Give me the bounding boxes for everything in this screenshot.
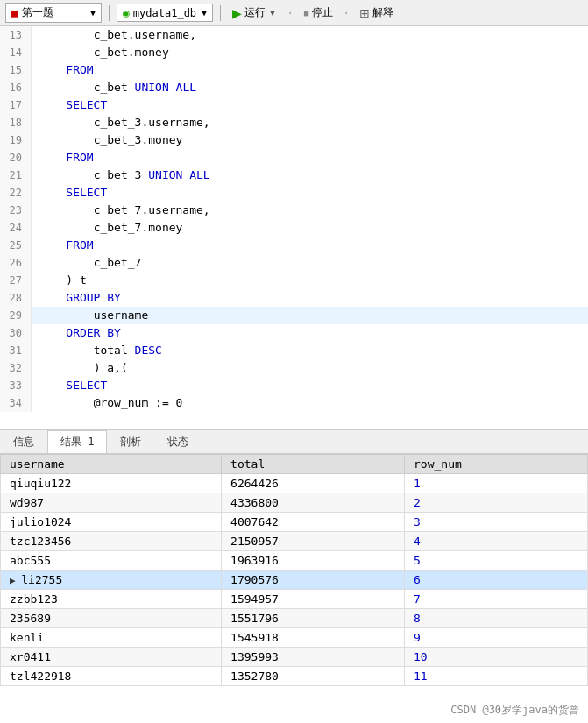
line-code: c_bet.username, bbox=[32, 26, 196, 44]
cell-rownum: 4 bbox=[405, 532, 588, 551]
cell-rownum: 8 bbox=[405, 609, 588, 628]
code-token-num: 0 bbox=[176, 396, 183, 409]
code-line: 15 FROM bbox=[0, 61, 588, 79]
cell-username: ▶ li2755 bbox=[1, 571, 222, 590]
tab-状态[interactable]: 状态 bbox=[154, 430, 202, 453]
explain-label: 解释 bbox=[372, 5, 393, 20]
tab-结果1[interactable]: 结果 1 bbox=[47, 430, 107, 453]
db1-label: 第一题 bbox=[22, 5, 53, 20]
code-token-field: c_bet_3.money bbox=[94, 133, 183, 146]
cell-rownum: 9 bbox=[405, 628, 588, 648]
line-number: 19 bbox=[0, 131, 32, 149]
cell-rownum: 11 bbox=[405, 667, 588, 686]
line-number: 32 bbox=[0, 359, 32, 377]
code-line: 18 c_bet_3.username, bbox=[0, 114, 588, 131]
line-number: 28 bbox=[0, 289, 32, 307]
line-code: ) a,( bbox=[32, 359, 128, 377]
explain-icon: ⊞ bbox=[359, 6, 370, 20]
line-code: c_bet_7 bbox=[32, 254, 141, 272]
code-line: 33 SELECT bbox=[0, 377, 588, 394]
table-row[interactable]: kenli15459189 bbox=[1, 628, 588, 648]
run-button[interactable]: ▶ 运行 ▼ bbox=[228, 4, 281, 22]
table-row[interactable]: wd98743368002 bbox=[1, 493, 588, 513]
run-icon: ▶ bbox=[232, 6, 242, 20]
code-token-kw: DESC bbox=[135, 344, 162, 357]
table-row[interactable]: xr0411139599310 bbox=[1, 648, 588, 667]
stop-button[interactable]: ■ 停止 bbox=[299, 4, 337, 22]
cell-rownum: 5 bbox=[405, 551, 588, 571]
cell-total: 1395993 bbox=[222, 648, 405, 667]
cell-rownum: 2 bbox=[405, 493, 588, 513]
code-editor[interactable]: 13 c_bet.username,14 c_bet.money15 FROM1… bbox=[0, 26, 588, 429]
code-token-field: @row_num := bbox=[94, 396, 176, 409]
column-header-total: total bbox=[222, 455, 405, 474]
cell-username: zzbb123 bbox=[1, 590, 222, 609]
divider-1 bbox=[109, 5, 110, 21]
table-row[interactable]: julio102440076423 bbox=[1, 513, 588, 532]
table-row[interactable]: abc55519639165 bbox=[1, 551, 588, 571]
line-number: 22 bbox=[0, 184, 32, 202]
code-line: 32 ) a,( bbox=[0, 359, 588, 377]
table-row[interactable]: ▶ li275517905766 bbox=[1, 571, 588, 590]
code-token-field: c_bet_7.money bbox=[94, 221, 183, 234]
line-code: c_bet_3.username, bbox=[32, 114, 210, 131]
table-row[interactable]: tzl422918135278011 bbox=[1, 667, 588, 686]
line-code: c_bet_3 UNION ALL bbox=[32, 167, 210, 184]
code-token-kw: SELECT bbox=[66, 98, 107, 111]
code-token-kw: FROM bbox=[66, 238, 93, 252]
line-code: c_bet.money bbox=[32, 44, 169, 61]
code-token-kw: FROM bbox=[66, 63, 93, 76]
cell-username: qiuqiu122 bbox=[1, 474, 222, 493]
cell-total: 1352780 bbox=[222, 667, 405, 686]
cell-total: 1545918 bbox=[222, 628, 405, 648]
table-header-row: usernametotalrow_num bbox=[1, 455, 588, 474]
line-code: total DESC bbox=[32, 342, 162, 359]
table-row[interactable]: qiuqiu12262644261 bbox=[1, 474, 588, 493]
code-line: 27 ) t bbox=[0, 272, 588, 289]
explain-button[interactable]: ⊞ 解释 bbox=[355, 4, 398, 22]
line-number: 34 bbox=[0, 394, 32, 412]
cell-rownum: 3 bbox=[405, 513, 588, 532]
code-line: 19 c_bet_3.money bbox=[0, 131, 588, 149]
line-number: 23 bbox=[0, 202, 32, 219]
line-code: FROM bbox=[32, 237, 94, 254]
code-line: 24 c_bet_7.money bbox=[0, 219, 588, 237]
watermark: CSDN @30岁学java的货曾 bbox=[450, 703, 579, 718]
results-area[interactable]: usernametotalrow_num qiuqiu12262644261wd… bbox=[0, 454, 588, 723]
line-code: GROUP BY bbox=[32, 289, 121, 307]
code-token-kw: UNION ALL bbox=[135, 81, 196, 94]
code-token-tbl: c_bet bbox=[94, 81, 135, 94]
line-code: ORDER BY bbox=[32, 324, 121, 342]
tab-信息[interactable]: 信息 bbox=[0, 430, 47, 453]
code-token-tbl: c_bet_7 bbox=[94, 256, 142, 269]
stop-label: 停止 bbox=[312, 5, 333, 20]
stop-icon: ■ bbox=[303, 8, 309, 18]
db1-selector[interactable]: ■ 第一题 ▼ bbox=[5, 3, 102, 23]
cell-total: 4336800 bbox=[222, 493, 405, 513]
code-line: 25 FROM bbox=[0, 237, 588, 254]
code-line: 29 username bbox=[0, 307, 588, 324]
table-row[interactable]: tzc12345621509574 bbox=[1, 532, 588, 551]
line-code: @row_num := 0 bbox=[32, 394, 182, 412]
line-number: 18 bbox=[0, 114, 32, 131]
table-row[interactable]: 23568915517968 bbox=[1, 609, 588, 628]
line-number: 15 bbox=[0, 61, 32, 79]
line-code: SELECT bbox=[32, 377, 107, 394]
db2-selector[interactable]: ◉ mydata1_db ▼ bbox=[117, 4, 213, 22]
tab-剖析[interactable]: 剖析 bbox=[107, 430, 154, 453]
line-code: SELECT bbox=[32, 184, 107, 202]
cell-total: 2150957 bbox=[222, 532, 405, 551]
table-row[interactable]: zzbb12315949577 bbox=[1, 590, 588, 609]
line-code: FROM bbox=[32, 149, 94, 167]
cell-rownum: 7 bbox=[405, 590, 588, 609]
line-number: 16 bbox=[0, 79, 32, 96]
bottom-panel: 信息结果 1剖析状态 usernametotalrow_num qiuqiu12… bbox=[0, 429, 588, 723]
code-token-kw: FROM bbox=[66, 151, 93, 164]
line-number: 14 bbox=[0, 44, 32, 61]
code-line: 14 c_bet.money bbox=[0, 44, 588, 61]
db2-label: mydata1_db bbox=[133, 7, 196, 19]
code-token-kw: UNION ALL bbox=[148, 168, 209, 181]
line-number: 24 bbox=[0, 219, 32, 237]
cell-username: 235689 bbox=[1, 609, 222, 628]
cell-total: 6264426 bbox=[222, 474, 405, 493]
